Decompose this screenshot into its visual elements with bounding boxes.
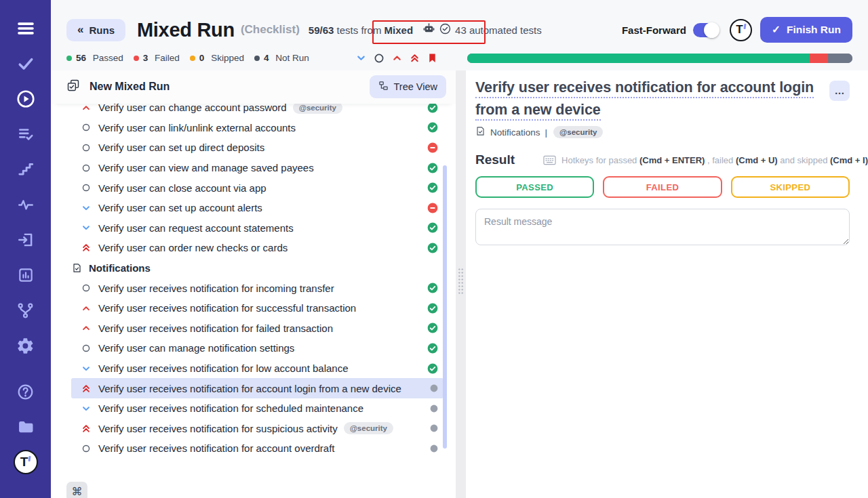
logo-prime-mark — [743, 24, 746, 29]
test-detail-panel: Verify user receives notification for ac… — [466, 70, 868, 498]
test-row[interactable]: Verify user can view and manage saved pa… — [71, 158, 443, 178]
tests-count-source: Mixed — [384, 24, 414, 36]
result-skipped-button[interactable]: SKIPPED — [731, 176, 850, 198]
priority-normal-icon — [81, 123, 91, 132]
double-chevron-left-icon: « — [77, 26, 83, 33]
test-row[interactable]: Verify user receives notification for in… — [71, 278, 443, 298]
copy-check-icon — [66, 79, 80, 95]
hotkeys-hint: Hotkeys for passed (Cmd + ENTER) , faile… — [543, 154, 868, 166]
run-summary-bar: 56 Passed3 Failed0 Skipped4 Not Run — [51, 43, 868, 70]
result-message-input[interactable] — [475, 209, 850, 245]
run-type-label: (Checklist) — [241, 23, 300, 37]
test-row[interactable]: Verify user can order new checks or card… — [71, 238, 443, 258]
tag-pill[interactable]: @security — [553, 126, 603, 138]
fast-forward-label: Fast-Forward — [622, 24, 686, 36]
test-row[interactable]: Verify user can set up account alerts — [71, 198, 443, 218]
filter-chevron-up-icon[interactable] — [392, 53, 402, 63]
status-passed-icon — [427, 363, 438, 374]
bookmark-icon[interactable] — [427, 53, 437, 64]
sidebar-item-help-icon[interactable] — [8, 374, 43, 409]
status-notrun-icon — [430, 444, 438, 453]
test-row[interactable]: Verify user can set up direct deposits — [71, 138, 443, 158]
sidebar-item-testomat-logo[interactable]: T — [8, 444, 43, 480]
priority-low-icon — [81, 364, 91, 373]
more-options-button[interactable]: … — [829, 81, 850, 101]
suite-document-icon — [72, 262, 82, 274]
status-notrun-icon — [430, 384, 438, 392]
priority-high-icon — [81, 304, 91, 313]
tag-pill: @security — [344, 422, 393, 434]
test-row[interactable]: Verify user receives notification for su… — [71, 419, 443, 439]
test-row[interactable]: Verify user receives notification for fa… — [71, 318, 443, 339]
stat-passed: 56 Passed — [66, 53, 123, 63]
sidebar-item-projects-folder-icon[interactable] — [8, 409, 43, 444]
list-scrollbar[interactable] — [443, 165, 447, 449]
tree-view-icon — [378, 81, 389, 93]
filter-double-chevron-up-icon[interactable] — [410, 53, 420, 63]
test-row[interactable]: Verify user receives notification for sc… — [71, 398, 443, 419]
sidebar-item-steps-icon[interactable] — [8, 152, 43, 187]
priority-normal-icon — [81, 283, 91, 293]
panel-resize-handle[interactable] — [456, 70, 466, 498]
test-row[interactable]: Verify user receives notification for ac… — [71, 438, 443, 459]
fast-forward-toggle[interactable] — [693, 23, 719, 37]
progress-segment — [828, 54, 852, 63]
sidebar-item-analytics-icon[interactable] — [8, 257, 43, 293]
sidebar-item-menu-icon[interactable] — [8, 11, 43, 46]
status-failed-icon — [427, 142, 438, 153]
result-failed-button[interactable]: FAILED — [603, 176, 722, 198]
priority-critical-icon — [81, 243, 91, 253]
status-passed-icon — [427, 343, 438, 354]
priority-low-icon — [81, 223, 91, 232]
automated-tests-badge[interactable]: 43 automated tests — [422, 22, 542, 37]
status-passed-icon — [427, 122, 438, 133]
status-dot-icon — [254, 56, 260, 61]
sidebar-item-settings-gear-icon[interactable] — [8, 328, 43, 363]
robot-icon — [422, 22, 435, 37]
run-title: Mixed Run — [137, 19, 235, 41]
testomat-logo-header[interactable]: T — [730, 19, 752, 41]
sidebar-item-import-icon[interactable] — [8, 222, 43, 257]
tests-count-text: tests from — [337, 24, 382, 36]
list-title: New Mixed Run — [90, 81, 170, 93]
test-row[interactable]: Verify user receives notification for su… — [71, 298, 443, 318]
priority-low-icon — [81, 404, 91, 413]
test-list-panel: New Mixed Run Tree View Verify user can … — [51, 70, 456, 498]
test-row[interactable]: Verify user can manage notification sett… — [71, 338, 443, 358]
tree-view-label: Tree View — [394, 81, 437, 92]
sidebar-item-pulse-icon[interactable] — [8, 187, 43, 222]
back-to-runs-button[interactable]: « Runs — [66, 19, 125, 41]
sidebar: T — [0, 0, 51, 498]
sidebar-item-branches-icon[interactable] — [8, 293, 43, 328]
status-dot-icon — [134, 56, 139, 61]
test-row[interactable]: Verify user receives notification for ac… — [71, 378, 443, 398]
run-header: « Runs Mixed Run (Checklist) 59/63 tests… — [51, 0, 868, 43]
filter-circle-icon[interactable] — [374, 53, 384, 64]
status-passed-icon — [427, 283, 438, 293]
suite-row[interactable]: Notifications — [71, 258, 443, 278]
status-dot-icon — [190, 56, 195, 61]
status-passed-icon — [427, 102, 438, 113]
sidebar-item-runs-play-icon[interactable] — [8, 81, 43, 117]
sidebar-item-tests-check-icon[interactable] — [8, 46, 43, 81]
priority-low-icon — [81, 203, 91, 213]
toggle-knob — [704, 22, 719, 38]
run-progress-bar — [467, 54, 852, 63]
sidebar-item-test-plans-icon[interactable] — [8, 117, 43, 152]
status-passed-icon — [427, 222, 438, 233]
test-detail-title: Verify user receives notification for ac… — [475, 77, 829, 121]
priority-high-icon — [81, 103, 91, 112]
suite-link[interactable]: Notifications — [490, 127, 540, 138]
test-row[interactable]: Verify user can link/unlink external acc… — [71, 118, 443, 138]
command-key-badge[interactable]: ⌘ — [66, 482, 87, 498]
test-row[interactable]: Verify user can request account statemen… — [71, 218, 443, 238]
result-passed-button[interactable]: PASSED — [475, 176, 594, 198]
test-row[interactable]: Verify user can close account via app — [71, 178, 443, 198]
tree-view-button[interactable]: Tree View — [370, 75, 446, 98]
test-row[interactable]: Verify user receives notification for lo… — [71, 358, 443, 379]
back-to-runs-label: Runs — [89, 24, 115, 36]
status-passed-icon — [427, 182, 438, 193]
sort-chevron-down-icon[interactable] — [356, 53, 366, 63]
result-heading: Result — [475, 152, 515, 167]
finish-run-button[interactable]: ✓ Finish Run — [760, 17, 852, 43]
